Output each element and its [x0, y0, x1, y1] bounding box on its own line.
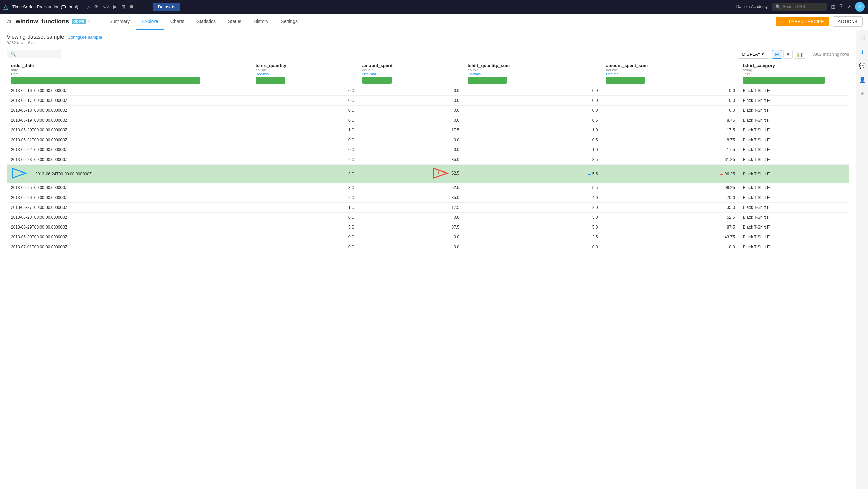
- cell-tshirt-quantity: 1.0: [252, 203, 358, 213]
- cell-order-date: 2013-06-30T00:00:00.000000Z: [7, 232, 252, 242]
- tab-explore[interactable]: Explore: [136, 14, 164, 30]
- search-box[interactable]: 🔍: [772, 3, 827, 11]
- cell-order-date: 2013-06-27T00:00:00.000000Z: [7, 203, 252, 213]
- tab-history[interactable]: History: [248, 14, 275, 30]
- cell-tshirt-category: Black T-Shirt F: [739, 115, 849, 125]
- actions-button[interactable]: ACTIONS: [833, 16, 863, 27]
- data-table-wrap[interactable]: order_date date Date tshirt_quantity dou…: [0, 61, 856, 489]
- table-row: 2013-06-18T00:00:00.000000Z0.00.00.00.0B…: [7, 106, 849, 115]
- cell-tshirt-category: Black T-Shirt F: [739, 193, 849, 203]
- cell-order-date: 2013-06-29T00:00:00.000000Z: [7, 222, 252, 232]
- table-row: 2013-06-26T00:00:00.000000Z2.035.04.070.…: [7, 193, 849, 203]
- cell-amount-spent: 35.0: [358, 155, 464, 165]
- cell-tshirt-category: Black T-Shirt F: [739, 183, 849, 193]
- more-icon[interactable]: ···: [138, 4, 142, 10]
- cell-tshirt-quantity-sum: 0.5: [464, 135, 602, 145]
- cell-tshirt-category: Black T-Shirt F: [739, 203, 849, 213]
- tab-summary[interactable]: Summary: [103, 14, 136, 30]
- dataset-help-icon[interactable]: ?: [87, 19, 90, 24]
- configure-sample-link[interactable]: Configure sample: [68, 35, 102, 40]
- grid-view-button[interactable]: ⊞: [772, 50, 782, 59]
- cell-tshirt-quantity-sum: = 5.5: [464, 165, 602, 183]
- cell-order-date: 2013-06-25T00:00:00.000000Z: [7, 183, 252, 193]
- cell-order-date: 2013-06-28T00:00:00.000000Z: [7, 213, 252, 222]
- run-icon[interactable]: ▶: [113, 4, 117, 10]
- cell-tshirt-quantity-sum: 3.0: [464, 213, 602, 222]
- cell-order-date: 2013-06-18T00:00:00.000000Z: [7, 106, 252, 115]
- sidebar-chat-icon[interactable]: 💬: [857, 60, 868, 71]
- cell-amount-spent: 87.5: [358, 222, 464, 232]
- data-table: order_date date Date tshirt_quantity dou…: [7, 61, 849, 252]
- cell-tshirt-quantity-sum: 5.5: [464, 183, 602, 193]
- search-input[interactable]: [783, 4, 824, 9]
- table-row: 2013-06-17T00:00:00.000000Z0.00.00.00.0B…: [7, 96, 849, 106]
- cell-amount-spent: 17.5: [358, 125, 464, 135]
- cell-tshirt-category: Black T-Shirt F: [739, 106, 849, 115]
- parent-recipe-label: PARENT RECIPE: [789, 19, 824, 24]
- topbar-right: Dataiku Academy 🔍 ⊞ ? ↗ A: [736, 2, 865, 12]
- cell-tshirt-category: Black T-Shirt F: [739, 165, 849, 183]
- tab-status[interactable]: Status: [222, 14, 248, 30]
- cell-tshirt-quantity: 3.0: [252, 183, 358, 193]
- tab-settings[interactable]: Settings: [274, 14, 304, 30]
- nav-tabs: Summary Explore Charts Statistics Status…: [103, 14, 304, 30]
- sidebar-user-icon[interactable]: 👤: [857, 74, 868, 85]
- cell-tshirt-category: Black T-Shirt F: [739, 155, 849, 165]
- parent-recipe-button[interactable]: 🔶 PARENT RECIPE: [776, 17, 830, 26]
- cell-tshirt-quantity-sum: 2.0: [464, 203, 602, 213]
- svg-text:+: +: [16, 170, 18, 176]
- cell-amount-spent: 0.0: [358, 213, 464, 222]
- cell-amount-spent-sum: 35.0: [602, 203, 739, 213]
- col-amount-spent: amount_spent double Decimal: [358, 61, 464, 86]
- table-row: 2013-06-21T00:00:00.000000Z0.00.00.58.75…: [7, 135, 849, 145]
- deploy-icon[interactable]: ⊞: [121, 4, 125, 10]
- academy-label[interactable]: Dataiku Academy: [736, 4, 768, 9]
- tab-charts[interactable]: Charts: [164, 14, 191, 30]
- cell-amount-spent: 0.0: [358, 106, 464, 115]
- subheader-meta: 8862 rows, 6 cols: [7, 41, 849, 46]
- list-view-button[interactable]: ≡: [783, 50, 792, 59]
- cell-tshirt-quantity: 1.0: [252, 125, 358, 135]
- refresh-icon[interactable]: ⟳: [94, 4, 98, 10]
- cell-order-date: 2013-06-20T00:00:00.000000Z: [7, 125, 252, 135]
- avatar[interactable]: A: [855, 2, 865, 12]
- display-button[interactable]: DISPLAY ▾: [738, 50, 768, 59]
- cell-amount-spent: 0.0: [358, 232, 464, 242]
- cell-tshirt-category: Black T-Shirt F: [739, 232, 849, 242]
- cell-amount-spent-sum: 17.5: [602, 145, 739, 155]
- trend-icon[interactable]: ↗: [847, 4, 851, 10]
- content-area: Viewing dataset sample Configure sample …: [0, 30, 868, 489]
- cell-tshirt-category: Black T-Shirt F: [739, 222, 849, 232]
- col-filter-order-date: [11, 77, 200, 84]
- help-icon[interactable]: ?: [839, 4, 843, 10]
- table-search-input[interactable]: [18, 52, 57, 57]
- cell-amount-spent: 52.5: [358, 183, 464, 193]
- col-filter-amount-spent-sum: [606, 77, 645, 84]
- table-row: 2013-07-01T00:00:00.000000Z0.00.00.00.0B…: [7, 242, 849, 252]
- recipe-icon: 🔶: [781, 19, 787, 24]
- table-row: 2013-06-23T00:00:00.000000Z2.035.03.561.…: [7, 155, 849, 165]
- cell-amount-spent: 0.0: [358, 145, 464, 155]
- chart-view-button[interactable]: 📊: [794, 50, 806, 59]
- red-arrow-icon: +: [433, 168, 450, 179]
- right-sidebar: ◁ ℹ 💬 👤 ★: [856, 30, 868, 489]
- notebook-icon[interactable]: ▣: [129, 4, 134, 10]
- cell-order-date: 2013-06-23T00:00:00.000000Z: [7, 155, 252, 165]
- cell-order-date: 2013-06-17T00:00:00.000000Z: [7, 96, 252, 106]
- topbar-icons: ▷ ⟳ </> ▶ ⊞ ▣ ···: [87, 4, 142, 10]
- table-row: 2013-06-19T00:00:00.000000Z0.00.00.58.75…: [7, 115, 849, 125]
- cell-amount-spent: 0.0: [358, 242, 464, 252]
- sidebar-info-icon[interactable]: ℹ: [859, 47, 865, 57]
- tab-statistics[interactable]: Statistics: [191, 14, 222, 30]
- datasets-button[interactable]: Datasets: [153, 3, 180, 11]
- cell-tshirt-quantity: 0.0: [252, 96, 358, 106]
- chevron-down-icon: ▾: [762, 52, 764, 57]
- code-icon[interactable]: </>: [103, 4, 109, 10]
- sidebar-star-icon[interactable]: ★: [858, 88, 867, 99]
- sidebar-collapse-icon[interactable]: ◁: [858, 33, 866, 43]
- flow-icon[interactable]: ▷: [87, 4, 90, 10]
- apps-icon[interactable]: ⊞: [831, 4, 835, 10]
- subheader: Viewing dataset sample Configure sample …: [0, 30, 856, 48]
- table-search-wrap[interactable]: 🔍: [7, 50, 61, 58]
- viewing-label: Viewing dataset sample: [7, 34, 64, 40]
